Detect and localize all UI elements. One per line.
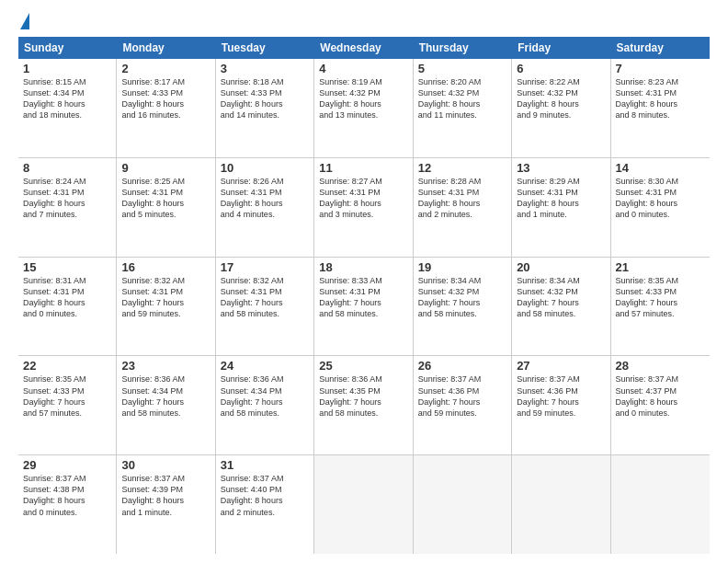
cell-info: Sunrise: 8:28 AMSunset: 4:31 PMDaylight:… xyxy=(418,176,506,221)
day-number: 20 xyxy=(517,260,605,274)
calendar-cell: 14Sunrise: 8:30 AMSunset: 4:31 PMDayligh… xyxy=(611,158,710,257)
cell-info: Sunrise: 8:33 AMSunset: 4:31 PMDaylight:… xyxy=(319,275,407,320)
calendar-cell: 7Sunrise: 8:23 AMSunset: 4:31 PMDaylight… xyxy=(611,59,710,157)
calendar-cell: 17Sunrise: 8:32 AMSunset: 4:31 PMDayligh… xyxy=(216,258,314,356)
calendar-cell: 28Sunrise: 8:37 AMSunset: 4:37 PMDayligh… xyxy=(611,356,710,454)
header xyxy=(18,15,710,29)
calendar-cell: 22Sunrise: 8:35 AMSunset: 4:33 PMDayligh… xyxy=(18,356,117,454)
weekday-header: Saturday xyxy=(611,37,710,59)
calendar-cell: 9Sunrise: 8:25 AMSunset: 4:31 PMDaylight… xyxy=(117,158,215,257)
calendar-cell: 13Sunrise: 8:29 AMSunset: 4:31 PMDayligh… xyxy=(512,158,610,257)
cell-info: Sunrise: 8:18 AMSunset: 4:33 PMDaylight:… xyxy=(221,76,309,121)
logo-triangle-icon xyxy=(20,13,29,29)
calendar-cell: 11Sunrise: 8:27 AMSunset: 4:31 PMDayligh… xyxy=(314,158,413,257)
day-number: 19 xyxy=(418,260,506,274)
calendar-header: SundayMondayTuesdayWednesdayThursdayFrid… xyxy=(18,37,710,59)
cell-info: Sunrise: 8:24 AMSunset: 4:31 PMDaylight:… xyxy=(23,176,111,221)
cell-info: Sunrise: 8:35 AMSunset: 4:33 PMDaylight:… xyxy=(616,275,705,320)
calendar-cell xyxy=(611,455,710,554)
day-number: 18 xyxy=(319,260,407,274)
weekday-header: Monday xyxy=(117,37,215,59)
day-number: 7 xyxy=(616,62,705,75)
calendar-cell: 10Sunrise: 8:26 AMSunset: 4:31 PMDayligh… xyxy=(216,158,314,257)
calendar-cell: 21Sunrise: 8:35 AMSunset: 4:33 PMDayligh… xyxy=(611,258,710,356)
calendar-cell: 1Sunrise: 8:15 AMSunset: 4:34 PMDaylight… xyxy=(18,59,117,157)
cell-info: Sunrise: 8:17 AMSunset: 4:33 PMDaylight:… xyxy=(121,76,210,121)
calendar-cell: 8Sunrise: 8:24 AMSunset: 4:31 PMDaylight… xyxy=(18,158,117,257)
calendar-cell xyxy=(314,455,413,554)
cell-info: Sunrise: 8:32 AMSunset: 4:31 PMDaylight:… xyxy=(221,275,309,320)
cell-info: Sunrise: 8:29 AMSunset: 4:31 PMDaylight:… xyxy=(517,176,605,221)
calendar-cell xyxy=(512,455,610,554)
cell-info: Sunrise: 8:20 AMSunset: 4:32 PMDaylight:… xyxy=(418,76,506,121)
day-number: 8 xyxy=(23,161,111,175)
calendar-cell: 6Sunrise: 8:22 AMSunset: 4:32 PMDaylight… xyxy=(512,59,610,157)
day-number: 28 xyxy=(616,359,705,373)
day-number: 6 xyxy=(517,62,605,75)
calendar-cell: 2Sunrise: 8:17 AMSunset: 4:33 PMDaylight… xyxy=(117,59,215,157)
day-number: 27 xyxy=(517,359,605,373)
cell-info: Sunrise: 8:36 AMSunset: 4:34 PMDaylight:… xyxy=(221,373,309,419)
calendar-cell: 19Sunrise: 8:34 AMSunset: 4:32 PMDayligh… xyxy=(414,258,512,356)
calendar-row: 15Sunrise: 8:31 AMSunset: 4:31 PMDayligh… xyxy=(18,258,710,357)
calendar-cell: 15Sunrise: 8:31 AMSunset: 4:31 PMDayligh… xyxy=(18,258,117,356)
weekday-header: Tuesday xyxy=(216,37,314,59)
calendar-cell: 3Sunrise: 8:18 AMSunset: 4:33 PMDaylight… xyxy=(216,59,314,157)
day-number: 4 xyxy=(319,62,407,75)
day-number: 16 xyxy=(121,260,210,274)
cell-info: Sunrise: 8:37 AMSunset: 4:38 PMDaylight:… xyxy=(23,473,111,518)
logo xyxy=(18,15,29,29)
calendar-cell: 30Sunrise: 8:37 AMSunset: 4:39 PMDayligh… xyxy=(117,455,215,554)
calendar-cell: 20Sunrise: 8:34 AMSunset: 4:32 PMDayligh… xyxy=(512,258,610,356)
cell-info: Sunrise: 8:34 AMSunset: 4:32 PMDaylight:… xyxy=(418,275,506,320)
calendar-cell: 27Sunrise: 8:37 AMSunset: 4:36 PMDayligh… xyxy=(512,356,610,454)
cell-info: Sunrise: 8:37 AMSunset: 4:39 PMDaylight:… xyxy=(121,473,210,518)
weekday-header: Friday xyxy=(512,37,610,59)
weekday-header: Thursday xyxy=(414,37,512,59)
cell-info: Sunrise: 8:37 AMSunset: 4:37 PMDaylight:… xyxy=(616,373,705,419)
calendar-cell: 26Sunrise: 8:37 AMSunset: 4:36 PMDayligh… xyxy=(414,356,512,454)
day-number: 10 xyxy=(221,161,309,175)
cell-info: Sunrise: 8:36 AMSunset: 4:34 PMDaylight:… xyxy=(121,373,210,419)
cell-info: Sunrise: 8:15 AMSunset: 4:34 PMDaylight:… xyxy=(23,76,111,121)
day-number: 21 xyxy=(616,260,705,274)
calendar-cell xyxy=(414,455,512,554)
calendar: SundayMondayTuesdayWednesdayThursdayFrid… xyxy=(18,37,710,554)
day-number: 2 xyxy=(121,62,210,75)
cell-info: Sunrise: 8:37 AMSunset: 4:36 PMDaylight:… xyxy=(418,373,506,419)
day-number: 13 xyxy=(517,161,605,175)
logo-text xyxy=(18,15,29,29)
calendar-cell: 18Sunrise: 8:33 AMSunset: 4:31 PMDayligh… xyxy=(314,258,413,356)
cell-info: Sunrise: 8:23 AMSunset: 4:31 PMDaylight:… xyxy=(616,76,705,121)
calendar-cell: 25Sunrise: 8:36 AMSunset: 4:35 PMDayligh… xyxy=(314,356,413,454)
day-number: 30 xyxy=(121,458,210,472)
day-number: 26 xyxy=(418,359,506,373)
day-number: 11 xyxy=(319,161,407,175)
calendar-cell: 29Sunrise: 8:37 AMSunset: 4:38 PMDayligh… xyxy=(18,455,117,554)
calendar-cell: 23Sunrise: 8:36 AMSunset: 4:34 PMDayligh… xyxy=(117,356,215,454)
cell-info: Sunrise: 8:26 AMSunset: 4:31 PMDaylight:… xyxy=(221,176,309,221)
calendar-cell: 5Sunrise: 8:20 AMSunset: 4:32 PMDaylight… xyxy=(414,59,512,157)
day-number: 5 xyxy=(418,62,506,75)
calendar-row: 8Sunrise: 8:24 AMSunset: 4:31 PMDaylight… xyxy=(18,158,710,258)
cell-info: Sunrise: 8:31 AMSunset: 4:31 PMDaylight:… xyxy=(23,275,111,320)
cell-info: Sunrise: 8:34 AMSunset: 4:32 PMDaylight:… xyxy=(517,275,605,320)
calendar-cell: 31Sunrise: 8:37 AMSunset: 4:40 PMDayligh… xyxy=(216,455,314,554)
calendar-row: 1Sunrise: 8:15 AMSunset: 4:34 PMDaylight… xyxy=(18,59,710,158)
day-number: 1 xyxy=(23,62,111,75)
cell-info: Sunrise: 8:37 AMSunset: 4:40 PMDaylight:… xyxy=(221,473,309,518)
cell-info: Sunrise: 8:30 AMSunset: 4:31 PMDaylight:… xyxy=(616,176,705,221)
day-number: 23 xyxy=(121,359,210,373)
calendar-row: 29Sunrise: 8:37 AMSunset: 4:38 PMDayligh… xyxy=(18,455,710,554)
cell-info: Sunrise: 8:37 AMSunset: 4:36 PMDaylight:… xyxy=(517,373,605,419)
day-number: 17 xyxy=(221,260,309,274)
cell-info: Sunrise: 8:19 AMSunset: 4:32 PMDaylight:… xyxy=(319,76,407,121)
day-number: 15 xyxy=(23,260,111,274)
cell-info: Sunrise: 8:27 AMSunset: 4:31 PMDaylight:… xyxy=(319,176,407,221)
day-number: 9 xyxy=(121,161,210,175)
calendar-cell: 24Sunrise: 8:36 AMSunset: 4:34 PMDayligh… xyxy=(216,356,314,454)
day-number: 22 xyxy=(23,359,111,373)
calendar-cell: 4Sunrise: 8:19 AMSunset: 4:32 PMDaylight… xyxy=(314,59,413,157)
cell-info: Sunrise: 8:25 AMSunset: 4:31 PMDaylight:… xyxy=(121,176,210,221)
day-number: 31 xyxy=(221,458,309,472)
